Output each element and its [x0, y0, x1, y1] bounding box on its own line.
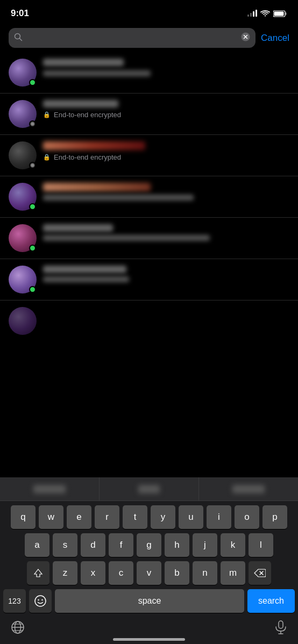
key-t[interactable]: t	[123, 505, 147, 529]
key-i[interactable]: i	[207, 505, 231, 529]
chat-name	[43, 100, 118, 108]
key-a[interactable]: a	[25, 533, 49, 557]
chat-item[interactable]	[0, 52, 298, 94]
svg-point-12	[35, 596, 46, 606]
key-delete[interactable]	[249, 561, 271, 585]
keyboard-suggestions	[0, 477, 298, 501]
key-o[interactable]: o	[235, 505, 259, 529]
key-r[interactable]: r	[95, 505, 119, 529]
chat-name	[43, 224, 113, 232]
key-q[interactable]: q	[11, 505, 36, 529]
avatar-wrap	[9, 141, 37, 169]
key-g[interactable]: g	[137, 533, 161, 557]
chat-name	[43, 141, 145, 150]
chat-name	[43, 266, 126, 273]
key-s[interactable]: s	[53, 533, 77, 557]
key-search[interactable]: search	[247, 589, 295, 613]
chat-content: 🔒 End-to-end encrypted	[43, 141, 289, 163]
key-h[interactable]: h	[165, 533, 189, 557]
lock-icon: 🔒	[43, 154, 51, 161]
keyboard-area: q w e r t y u i o p a s d f g h j k l	[0, 477, 298, 644]
chat-preview	[43, 276, 129, 282]
suggestion-text	[33, 485, 66, 493]
cancel-button[interactable]: Cancel	[261, 33, 289, 44]
chat-encrypted-label: 🔒 End-to-end encrypted	[43, 111, 289, 119]
key-x[interactable]: x	[81, 561, 105, 585]
key-l[interactable]: l	[249, 533, 273, 557]
key-p[interactable]: p	[262, 505, 287, 529]
avatar-wrap	[9, 59, 37, 87]
avatar	[9, 307, 37, 335]
suggestion-text	[138, 485, 160, 493]
key-y[interactable]: y	[151, 505, 175, 529]
chat-item[interactable]	[0, 300, 298, 341]
key-e[interactable]: e	[67, 505, 91, 529]
chat-content: 🔒 End-to-end encrypted	[43, 100, 289, 121]
search-bar-container: Cancel	[0, 24, 298, 52]
keyboard-rows: q w e r t y u i o p a s d f g h j k l	[0, 501, 298, 617]
chat-item[interactable]	[0, 259, 298, 300]
key-j[interactable]: j	[193, 533, 217, 557]
signal-icon	[247, 10, 257, 17]
chat-name	[43, 183, 151, 191]
chat-name	[43, 59, 124, 66]
key-z[interactable]: z	[53, 561, 77, 585]
svg-rect-2	[274, 11, 284, 16]
key-f[interactable]: f	[109, 533, 133, 557]
key-d[interactable]: d	[81, 533, 105, 557]
status-icons	[247, 10, 287, 17]
online-indicator	[29, 245, 36, 252]
suggestion-text	[232, 485, 265, 493]
suggestion-center[interactable]	[100, 477, 199, 500]
search-icon	[14, 33, 23, 44]
key-numbers[interactable]: 123	[3, 589, 26, 613]
key-w[interactable]: w	[39, 505, 63, 529]
suggestion-right[interactable]	[199, 477, 298, 500]
key-u[interactable]: u	[179, 505, 203, 529]
wifi-icon	[260, 10, 270, 17]
globe-icon[interactable]	[11, 620, 25, 638]
chat-item[interactable]: 🔒 End-to-end encrypted	[0, 135, 298, 176]
key-row-2: a s d f g h j k l	[2, 533, 296, 557]
chat-item[interactable]	[0, 218, 298, 259]
svg-line-4	[20, 38, 22, 40]
key-row-3: z x c v b n m	[2, 561, 296, 585]
mute-indicator	[29, 162, 36, 169]
chat-item[interactable]: 🔒 End-to-end encrypted	[0, 94, 298, 135]
key-b[interactable]: b	[165, 561, 189, 585]
key-m[interactable]: m	[221, 561, 245, 585]
encrypted-text: End-to-end encrypted	[54, 111, 121, 119]
key-c[interactable]: c	[109, 561, 133, 585]
suggestion-left[interactable]	[0, 477, 100, 500]
chat-item[interactable]	[0, 176, 298, 218]
avatar-wrap	[9, 183, 37, 211]
chat-preview	[43, 195, 194, 201]
key-emoji[interactable]	[29, 589, 52, 613]
avatar-wrap	[9, 100, 37, 128]
key-v[interactable]: v	[137, 561, 161, 585]
battery-icon	[273, 10, 287, 17]
online-indicator	[29, 286, 36, 293]
key-space[interactable]: space	[55, 589, 244, 613]
key-shift[interactable]	[27, 561, 49, 585]
chat-preview	[43, 235, 210, 241]
chat-content	[43, 224, 289, 241]
chat-content	[43, 59, 289, 76]
encrypted-text: End-to-end encrypted	[54, 153, 121, 161]
key-k[interactable]: k	[221, 533, 245, 557]
mute-indicator	[29, 120, 36, 127]
chat-preview	[43, 70, 151, 76]
lock-icon: 🔒	[43, 111, 51, 118]
avatar-wrap	[9, 307, 37, 335]
search-input-wrap[interactable]	[9, 28, 256, 48]
mic-icon[interactable]	[274, 620, 287, 638]
key-n[interactable]: n	[193, 561, 217, 585]
status-bar: 9:01	[0, 0, 298, 24]
search-clear-button[interactable]	[241, 32, 250, 44]
svg-point-13	[38, 599, 39, 600]
svg-rect-20	[279, 621, 283, 628]
svg-point-8	[31, 123, 34, 126]
online-indicator	[29, 79, 36, 86]
avatar-wrap	[9, 266, 37, 294]
chat-content	[43, 183, 289, 201]
